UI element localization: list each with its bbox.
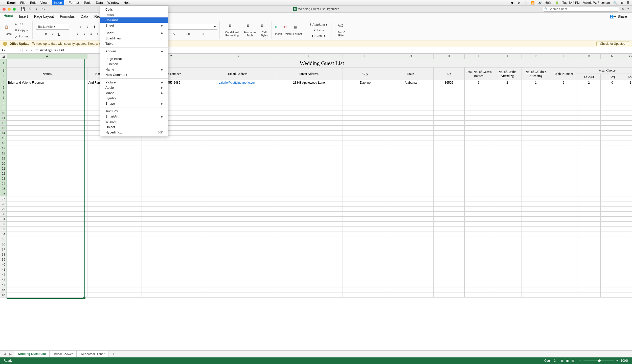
insert-menu-shape[interactable]: Shape	[100, 101, 168, 106]
cell[interactable]	[142, 166, 200, 171]
cell[interactable]	[87, 161, 142, 166]
cell[interactable]	[550, 191, 577, 196]
cell[interactable]	[388, 166, 433, 171]
cell[interactable]	[577, 252, 601, 257]
cell[interactable]	[493, 227, 522, 232]
row-header-8[interactable]: 8	[0, 100, 7, 105]
cell[interactable]	[388, 181, 433, 186]
cell[interactable]	[522, 247, 550, 252]
cell[interactable]	[577, 282, 601, 287]
sheet-tab-1[interactable]: Bridal Shower	[50, 351, 77, 357]
cell[interactable]	[601, 141, 624, 146]
cell[interactable]	[343, 201, 388, 207]
cell[interactable]	[388, 191, 433, 196]
cell[interactable]	[464, 186, 493, 191]
row-header-17[interactable]: 17	[0, 146, 7, 151]
row-header-41[interactable]: 41	[0, 267, 7, 272]
zoom-window-button[interactable]	[13, 8, 16, 11]
cell[interactable]	[343, 252, 388, 257]
cell[interactable]	[624, 141, 632, 146]
cell[interactable]	[433, 191, 464, 196]
banner-close-icon[interactable]: ✕	[3, 42, 7, 46]
cell[interactable]	[433, 100, 464, 105]
cell-street[interactable]: 23848 Applewood Lane	[275, 80, 343, 85]
page-break-view-icon[interactable]: ▤	[571, 359, 574, 362]
cell[interactable]	[433, 141, 464, 146]
cell[interactable]	[601, 252, 624, 257]
row-header-5[interactable]: 5	[0, 85, 7, 90]
cell[interactable]	[464, 257, 493, 262]
row-header-38[interactable]: 38	[0, 252, 7, 257]
cell[interactable]	[87, 227, 142, 232]
cell[interactable]	[464, 227, 493, 232]
hdr-city[interactable]: City	[343, 67, 388, 80]
cell[interactable]	[464, 252, 493, 257]
cell[interactable]	[200, 277, 275, 282]
cell[interactable]	[433, 171, 464, 176]
cell[interactable]	[493, 90, 522, 95]
user-name[interactable]: Valerie W. Freeman	[583, 1, 610, 5]
cell[interactable]	[142, 282, 200, 287]
row-header-9[interactable]: 9	[0, 105, 7, 110]
cell[interactable]	[343, 257, 388, 262]
cell[interactable]	[493, 110, 522, 116]
cell[interactable]	[343, 141, 388, 146]
format-as-table-icon[interactable]: ▦	[246, 24, 254, 31]
cell[interactable]	[624, 277, 632, 282]
cell[interactable]	[7, 171, 87, 176]
cell[interactable]	[601, 232, 624, 237]
cell[interactable]	[577, 156, 601, 161]
cell[interactable]	[433, 252, 464, 257]
cell[interactable]	[493, 257, 522, 262]
cell[interactable]	[577, 257, 601, 262]
cell[interactable]	[200, 90, 275, 95]
cell[interactable]	[550, 207, 577, 212]
cell[interactable]	[388, 85, 433, 90]
cell[interactable]	[433, 176, 464, 181]
cell[interactable]	[577, 207, 601, 212]
cell[interactable]	[343, 217, 388, 222]
cell[interactable]	[624, 131, 632, 136]
insert-menu-add-ins[interactable]: Add-ins	[100, 49, 168, 54]
cell[interactable]	[343, 136, 388, 141]
cell[interactable]	[493, 201, 522, 207]
cell[interactable]	[464, 212, 493, 217]
cell[interactable]	[7, 110, 87, 116]
col-header-o[interactable]: O	[624, 54, 632, 59]
cell[interactable]	[522, 186, 550, 191]
cell[interactable]	[200, 186, 275, 191]
col-header-k[interactable]: K	[522, 54, 550, 59]
cell[interactable]	[7, 181, 87, 186]
cell[interactable]	[577, 90, 601, 95]
row-header-28[interactable]: 28	[0, 201, 7, 207]
row-header-34[interactable]: 34	[0, 232, 7, 237]
cell[interactable]	[343, 166, 388, 171]
cell[interactable]	[601, 191, 624, 196]
cell[interactable]	[433, 277, 464, 282]
cell[interactable]	[87, 287, 142, 292]
row-header-16[interactable]: 16	[0, 141, 7, 146]
cell[interactable]	[464, 232, 493, 237]
row-header-14[interactable]: 14	[0, 131, 7, 136]
row-header-31[interactable]: 31	[0, 217, 7, 222]
cell[interactable]	[624, 156, 632, 161]
cell[interactable]	[522, 282, 550, 287]
cell[interactable]	[577, 227, 601, 232]
cell[interactable]	[601, 110, 624, 116]
cell[interactable]	[433, 222, 464, 227]
cell[interactable]	[522, 151, 550, 156]
cell[interactable]	[200, 131, 275, 136]
italic-button[interactable]: I	[50, 32, 55, 37]
insert-cells-icon[interactable]: ⊞	[275, 25, 282, 32]
cell[interactable]	[433, 212, 464, 217]
share-button[interactable]: 👥+ Share	[610, 14, 627, 18]
cell[interactable]	[142, 227, 200, 232]
cell[interactable]	[200, 267, 275, 272]
cell[interactable]	[433, 262, 464, 267]
cell[interactable]	[200, 207, 275, 212]
cell[interactable]	[142, 212, 200, 217]
cell[interactable]	[464, 176, 493, 181]
cell[interactable]	[7, 95, 87, 100]
row-header-18[interactable]: 18	[0, 151, 7, 156]
cell[interactable]	[142, 181, 200, 186]
